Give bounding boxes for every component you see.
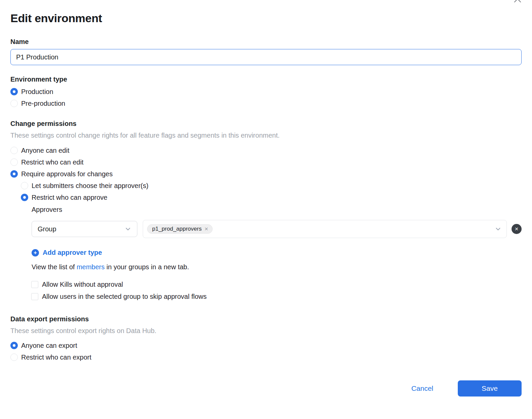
checkbox-skip-approval-flows[interactable]: Allow users in the selected group to ski… [31, 292, 522, 300]
radio-anyone-can-edit[interactable]: Anyone can edit [10, 146, 522, 154]
radio-icon[interactable] [10, 88, 18, 95]
radio-icon[interactable] [10, 342, 18, 349]
chip-remove-icon[interactable]: ✕ [204, 227, 208, 231]
remove-approver-row-icon[interactable]: ✕ [512, 224, 522, 234]
save-button[interactable]: Save [458, 380, 522, 397]
data-export-heading: Data export permissions [10, 315, 522, 323]
radio-restrict-who-can-edit[interactable]: Restrict who can edit [10, 158, 522, 166]
change-permissions-options: Anyone can edit Restrict who can edit Re… [10, 146, 522, 201]
radio-anyone-can-export[interactable]: Anyone can export [10, 341, 522, 350]
plus-icon: + [32, 249, 39, 257]
approver-row: Group p1_prod_approvers ✕ ✕ [32, 220, 522, 238]
radio-submitters-choose-approvers[interactable]: Let submitters choose their approver(s) [21, 182, 522, 190]
radio-pre-production[interactable]: Pre-production [10, 99, 522, 107]
radio-restrict-who-can-export[interactable]: Restrict who can export [10, 353, 522, 361]
radio-icon[interactable] [10, 100, 18, 107]
chevron-down-icon [125, 226, 131, 232]
dialog-footer: Cancel Save [10, 380, 522, 397]
radio-icon[interactable] [10, 170, 18, 178]
close-icon[interactable] [512, 0, 523, 5]
page-title: Edit environment [10, 0, 522, 25]
approvers-multiselect[interactable]: p1_prod_approvers ✕ [143, 220, 507, 238]
name-input[interactable] [10, 49, 522, 65]
checkbox-allow-kills[interactable]: Allow Kills without approval [31, 280, 522, 288]
cancel-button[interactable]: Cancel [411, 384, 433, 392]
radio-icon[interactable] [10, 354, 18, 361]
approver-type-value: Group [38, 225, 56, 233]
approvers-label: Approvers [32, 205, 522, 214]
name-label: Name [10, 38, 522, 46]
approval-checkboxes: Allow Kills without approval Allow users… [10, 280, 522, 300]
radio-icon[interactable] [10, 147, 18, 154]
change-permissions-description: These settings control change rights for… [10, 131, 522, 139]
radio-production[interactable]: Production [10, 88, 522, 96]
radio-icon[interactable] [10, 158, 18, 166]
add-approver-type-button[interactable]: + Add approver type [32, 249, 102, 257]
checkbox-icon[interactable] [31, 293, 38, 300]
members-note: View the list of members in your groups … [32, 263, 522, 271]
environment-type-heading: Environment type [10, 75, 522, 83]
change-permissions-heading: Change permissions [10, 120, 522, 128]
radio-icon[interactable] [21, 182, 28, 189]
chevron-down-icon[interactable] [495, 226, 501, 232]
environment-type-options: Production Pre-production [10, 88, 522, 107]
data-export-options: Anyone can export Restrict who can expor… [10, 341, 522, 361]
approver-chip-label: p1_prod_approvers [152, 226, 202, 232]
approver-type-select[interactable]: Group [32, 221, 137, 237]
approver-chip: p1_prod_approvers ✕ [147, 224, 213, 234]
radio-require-approvals[interactable]: Require approvals for changes [10, 170, 522, 178]
checkbox-icon[interactable] [31, 281, 38, 288]
members-link[interactable]: members [77, 263, 104, 271]
radio-icon[interactable] [21, 194, 28, 201]
edit-environment-dialog: Edit environment Name Environment type P… [0, 0, 532, 419]
data-export-description: These settings control export rights on … [10, 327, 522, 335]
radio-restrict-who-can-approve[interactable]: Restrict who can approve [21, 193, 522, 201]
